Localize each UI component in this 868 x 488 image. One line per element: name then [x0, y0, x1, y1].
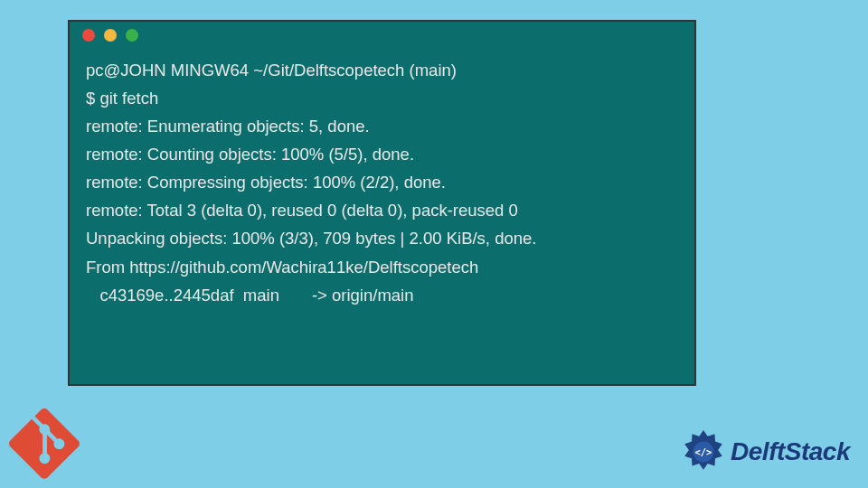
git-logo-icon — [9, 408, 80, 479]
titlebar — [70, 22, 694, 49]
delftstack-logo: </> DelftStack — [680, 428, 850, 475]
close-icon[interactable] — [82, 29, 95, 42]
output-line: c43169e..2445daf main -> origin/main — [86, 286, 414, 305]
brand-name: DelftStack — [731, 437, 850, 466]
output-line: From https://github.com/Wachira11ke/Delf… — [86, 258, 478, 277]
output-line: remote: Counting objects: 100% (5/5), do… — [86, 145, 414, 164]
output-line: Unpacking objects: 100% (3/3), 709 bytes… — [86, 229, 536, 248]
terminal-output: pc@JOHN MINGW64 ~/Git/Delftscopetech (ma… — [70, 49, 694, 322]
output-line: remote: Total 3 (delta 0), reused 0 (del… — [86, 201, 518, 220]
output-line: remote: Enumerating objects: 5, done. — [86, 117, 370, 136]
terminal-window: pc@JOHN MINGW64 ~/Git/Delftscopetech (ma… — [68, 20, 696, 386]
command-line: $ git fetch — [86, 89, 158, 108]
output-line: remote: Compressing objects: 100% (2/2),… — [86, 173, 446, 192]
minimize-icon[interactable] — [104, 29, 117, 42]
prompt-line: pc@JOHN MINGW64 ~/Git/Delftscopetech (ma… — [86, 61, 457, 80]
maximize-icon[interactable] — [126, 29, 138, 42]
delftstack-badge-icon: </> — [680, 428, 727, 475]
svg-text:</>: </> — [695, 446, 712, 457]
